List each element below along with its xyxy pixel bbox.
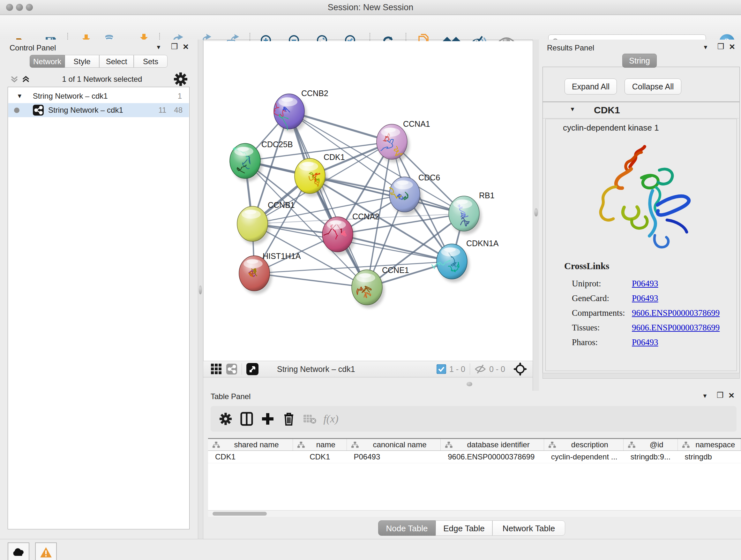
crosslink-link[interactable]: 9606.ENSP00000378699 xyxy=(632,308,720,318)
network-node-cdkn1a[interactable]: CDKN1A xyxy=(432,239,499,282)
column-header-name[interactable]: name xyxy=(293,439,347,450)
panel-float-icon[interactable]: ❒ xyxy=(717,391,724,400)
column-header-description[interactable]: description xyxy=(544,439,623,450)
footer-separator xyxy=(470,363,470,375)
table-gear-icon[interactable] xyxy=(215,408,236,429)
column-header-shared-name[interactable]: shared name xyxy=(208,439,293,450)
collapse-all-button[interactable]: Collapse All xyxy=(624,78,681,95)
tab-network[interactable]: Network xyxy=(30,55,65,68)
table-cell: cyclin-dependent ... xyxy=(544,451,623,463)
column-header-database-identifier[interactable]: database identifier xyxy=(441,439,544,450)
tab-style[interactable]: Style xyxy=(65,55,99,68)
expand-all-button[interactable]: Expand All xyxy=(564,78,617,95)
delete-table-icon[interactable] xyxy=(299,408,320,429)
tab-select[interactable]: Select xyxy=(99,55,134,68)
network-node-cdk1[interactable]: CDK1 xyxy=(294,152,345,197)
network-node-cdc25b[interactable]: CDC25B xyxy=(230,140,293,182)
panel-float-icon[interactable]: ❒ xyxy=(171,42,178,51)
function-builder-icon[interactable]: f(x) xyxy=(320,408,341,429)
network-selection-status: 1 of 1 Network selected xyxy=(38,75,166,84)
tab-network-table[interactable]: Network Table xyxy=(492,520,565,536)
network-share-icon[interactable] xyxy=(226,364,237,374)
column-header-namespace[interactable]: namespace xyxy=(678,439,741,450)
automation-cloud-button[interactable] xyxy=(8,543,29,560)
network-node-ccnb2[interactable]: CCNB2 xyxy=(274,89,328,132)
node-label: CDKN1A xyxy=(466,239,499,248)
panel-float-icon[interactable]: ❒ xyxy=(718,42,724,51)
panel-close-icon[interactable]: ✕ xyxy=(183,43,189,51)
hidden-eye-slash-icon[interactable] xyxy=(475,364,486,374)
node-table: shared namenamecanonical namedatabase id… xyxy=(208,438,741,511)
tree-expand-icon[interactable]: ▼ xyxy=(17,92,23,100)
results-hscrollbar[interactable] xyxy=(542,373,740,379)
tab-sets[interactable]: Sets xyxy=(134,55,167,68)
gene-section-header[interactable]: ▼ CDK1 xyxy=(543,102,739,118)
results-buttons-box: Expand All Collapse All xyxy=(542,67,740,102)
collapse-all-networks-icon[interactable] xyxy=(10,74,19,84)
network-canvas[interactable]: CCNB2CCNA1CDC25BCDK1CDC6RB1CCNB1CCNA2CDK… xyxy=(203,41,533,361)
crosslinks-list: Uniprot:P06493GeneCard:P06493Compartment… xyxy=(572,276,731,350)
delete-column-icon[interactable] xyxy=(278,408,299,429)
title-bar: Session: New Session xyxy=(0,0,741,15)
protein-structure-image xyxy=(594,139,692,258)
network-collection-row[interactable]: ▼ String Network – cdk1 1 xyxy=(8,89,189,103)
table-hscrollbar[interactable] xyxy=(208,510,741,517)
grid-view-icon[interactable] xyxy=(211,364,222,374)
reposition-crosshair-icon[interactable] xyxy=(514,362,527,376)
network-node-ccne1[interactable]: CCNE1 xyxy=(352,266,409,308)
expand-all-networks-icon[interactable] xyxy=(21,74,30,84)
table-cell: P06493 xyxy=(347,451,441,463)
crosslink-link[interactable]: P06493 xyxy=(632,294,658,303)
table-row[interactable]: CDK1CDK1P064939606.ENSP00000378699cyclin… xyxy=(208,451,741,463)
network-list: ▼ String Network – cdk1 1 String Network… xyxy=(8,87,190,530)
crosslink-link[interactable]: P06493 xyxy=(632,279,658,289)
network-node-rb1[interactable]: RB1 xyxy=(449,191,495,234)
network-node-cdc6[interactable]: CDC6 xyxy=(389,173,440,215)
crosslink-link[interactable]: P06493 xyxy=(632,337,658,348)
panel-collapse-icon[interactable]: ▼ xyxy=(702,393,708,399)
crosslink-link[interactable]: 9606.ENSP00000378699 xyxy=(632,323,720,333)
table-hscroll-thumb[interactable] xyxy=(212,512,267,516)
section-collapse-icon[interactable]: ▼ xyxy=(569,106,576,113)
window-title: Session: New Session xyxy=(0,0,741,15)
panel-close-icon[interactable]: ✕ xyxy=(728,391,735,400)
table-body: CDK1CDK1P064939606.ENSP00000378699cyclin… xyxy=(208,451,741,463)
splitter-handle[interactable] xyxy=(534,208,538,216)
right-splitter[interactable] xyxy=(533,40,540,391)
panel-collapse-icon[interactable]: ▼ xyxy=(703,44,709,51)
network-edges xyxy=(245,111,464,287)
crosslink-row: Compartments:9606.ENSP00000378699 xyxy=(572,306,731,320)
crosslink-row: Tissues:9606.ENSP00000378699 xyxy=(572,320,731,335)
network-options-gear-icon[interactable] xyxy=(174,72,188,86)
left-splitter[interactable] xyxy=(198,40,203,539)
crosslink-row: Pharos:P06493 xyxy=(572,335,731,350)
panel-collapse-icon[interactable]: ▼ xyxy=(156,44,161,51)
gene-description: cyclin-dependent kinase 1 xyxy=(563,123,659,133)
selected-checkbox-icon[interactable] xyxy=(436,364,446,374)
birdseye-view-icon[interactable] xyxy=(246,363,259,375)
network-state-dot xyxy=(14,108,19,113)
network-row-selected[interactable]: String Network – cdk1 11 48 xyxy=(8,103,189,117)
warnings-button[interactable] xyxy=(35,543,57,560)
add-column-icon[interactable] xyxy=(257,408,278,429)
column-header--id[interactable]: @id xyxy=(623,439,678,450)
table-cell: stringdb xyxy=(677,451,741,463)
results-panel-title: Results Panel xyxy=(547,44,594,52)
node-count: 11 xyxy=(158,106,166,115)
tab-string[interactable]: String xyxy=(622,54,657,68)
column-header-canonical-name[interactable]: canonical name xyxy=(347,439,441,450)
network-node-ccna1[interactable]: CCNA1 xyxy=(377,119,430,163)
panel-close-icon[interactable]: ✕ xyxy=(729,43,735,51)
crosslink-label: Uniprot: xyxy=(572,279,632,289)
crosslink-row: Uniprot:P06493 xyxy=(572,276,731,291)
tab-node-table[interactable]: Node Table xyxy=(378,520,435,536)
network-node-ccna2[interactable]: CCNA2 xyxy=(322,212,380,255)
network-node-hist1h1a[interactable]: HIST1H1A xyxy=(239,252,301,294)
select-columns-icon[interactable] xyxy=(236,408,257,429)
network-edge[interactable] xyxy=(289,111,367,287)
node-label: CCNE1 xyxy=(382,266,409,274)
splitter-handle[interactable] xyxy=(199,286,202,294)
tab-edge-table[interactable]: Edge Table xyxy=(435,520,492,536)
warning-triangle-icon xyxy=(40,547,52,558)
bottom-splitter-handle[interactable] xyxy=(467,382,472,386)
